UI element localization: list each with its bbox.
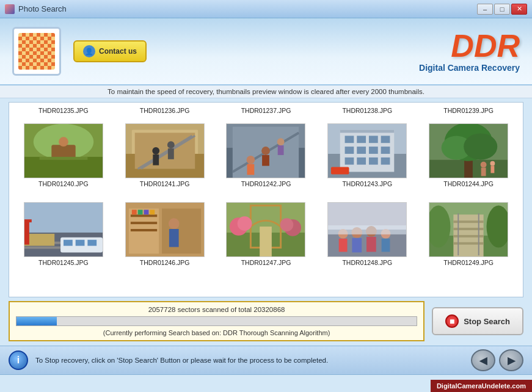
row1-labels: THDR01235.JPG THDR01236.JPG THDR01237.JP…	[9, 103, 523, 116]
thumbnail-area[interactable]: THDR01235.JPG THDR01236.JPG THDR01237.JP…	[9, 102, 523, 297]
thumb-label-1241: THDR01241.JPG	[140, 180, 190, 187]
list-item[interactable]: THDR01248.JPG	[318, 200, 417, 269]
svg-rect-74	[144, 210, 148, 215]
thumbnail-1244	[429, 123, 508, 178]
thumb-label-1237: THDR01237.JPG	[217, 105, 316, 116]
progress-area: 2057728 sectors scanned of total 2032086…	[9, 301, 523, 341]
bottom-bar: i To Stop recovery, click on 'Stop Searc…	[0, 346, 532, 375]
info-bar: To maintain the speed of recovery, thumb…	[0, 85, 532, 98]
svg-rect-75	[150, 210, 155, 215]
logo-box	[12, 27, 61, 76]
svg-rect-34	[345, 147, 354, 154]
svg-rect-25	[278, 145, 284, 155]
progress-bar-inner	[16, 317, 57, 325]
svg-rect-52	[491, 166, 495, 173]
svg-point-14	[167, 141, 175, 148]
svg-point-20	[247, 156, 255, 164]
contact-icon: 👤	[83, 45, 95, 57]
svg-point-83	[238, 216, 252, 231]
svg-point-12	[152, 147, 159, 154]
svg-point-4	[59, 137, 68, 147]
bottom-info-text: To Stop recovery, click on 'Stop Search'…	[35, 357, 464, 364]
window-controls: – □ ✕	[477, 4, 527, 15]
svg-rect-13	[153, 154, 159, 165]
title-bar: Photo Search – □ ✕	[0, 0, 532, 18]
list-item[interactable]: THDR01240.JPG	[14, 121, 113, 190]
svg-rect-59	[24, 220, 29, 244]
thumbnail-1241	[125, 123, 205, 178]
svg-rect-54	[24, 203, 103, 233]
thumbnail-1242	[226, 123, 305, 178]
svg-rect-35	[357, 147, 366, 154]
svg-rect-30	[345, 136, 354, 143]
svg-rect-69	[131, 214, 157, 217]
svg-rect-5	[40, 157, 88, 160]
svg-rect-77	[169, 229, 179, 247]
svg-point-51	[490, 161, 495, 166]
thumb-label-1245: THDR01245.JPG	[38, 259, 89, 266]
back-button[interactable]: ◀	[471, 349, 495, 371]
maximize-button[interactable]: □	[494, 4, 510, 15]
thumbnail-1249	[429, 202, 508, 257]
list-item[interactable]: THDR01244.JPG	[419, 121, 518, 190]
svg-rect-23	[263, 155, 270, 166]
svg-rect-1	[24, 157, 103, 178]
progress-title: 2057728 sectors scanned of total 2032086…	[16, 306, 417, 313]
thumbnail-1248	[327, 202, 407, 257]
window-title: Photo Search	[18, 4, 67, 13]
list-item[interactable]: THDR01247.JPG	[217, 200, 316, 269]
svg-rect-32	[369, 136, 378, 143]
svg-rect-36	[369, 147, 378, 154]
forward-button[interactable]: ▶	[499, 349, 523, 371]
progress-bar-outer	[16, 316, 417, 326]
thumb-label-1249: THDR01249.JPG	[443, 259, 494, 266]
thumb-label-1248: THDR01248.JPG	[342, 259, 392, 266]
app-icon	[5, 4, 15, 14]
svg-point-76	[169, 218, 180, 229]
svg-rect-98	[328, 225, 406, 234]
thumb-row2: THDR01240.JPG THDR01	[9, 116, 523, 195]
list-item[interactable]: THDR01241.JPG	[115, 121, 214, 190]
ddr-subtitle: Digital Camera Recovery	[419, 63, 520, 73]
header-center: 👤 Contact us	[73, 40, 407, 62]
svg-rect-71	[131, 229, 157, 231]
svg-rect-70	[131, 222, 157, 224]
svg-point-85	[280, 218, 294, 231]
svg-rect-86	[260, 227, 272, 256]
progress-box: 2057728 sectors scanned of total 2032086…	[9, 301, 425, 341]
thumb-label-1246: THDR01246.JPG	[140, 259, 190, 266]
svg-rect-21	[247, 164, 255, 175]
svg-rect-72	[132, 210, 137, 215]
svg-rect-50	[481, 168, 486, 176]
header-area: 👤 Contact us DDR Digital Camera Recovery	[0, 18, 532, 85]
thumb-label-1240: THDR01240.JPG	[38, 180, 89, 187]
list-item[interactable]: THDR01243.JPG	[318, 121, 417, 190]
svg-rect-33	[381, 136, 390, 143]
close-button[interactable]: ✕	[511, 4, 527, 15]
header-right: DDR Digital Camera Recovery	[419, 30, 520, 73]
thumb-label-1236: THDR01236.JPG	[115, 105, 214, 116]
thumbnail-1246	[125, 202, 205, 257]
svg-rect-29	[340, 130, 395, 133]
list-item[interactable]: THDR01246.JPG	[115, 200, 214, 269]
list-item[interactable]: THDR01242.JPG	[217, 121, 316, 190]
thumb-label-1244: THDR01244.JPG	[443, 180, 494, 187]
svg-rect-63	[76, 240, 85, 246]
list-item[interactable]: THDR01249.JPG	[419, 200, 518, 269]
svg-rect-95	[366, 237, 376, 252]
navigation-buttons: ◀ ▶	[471, 349, 523, 371]
thumbnail-1243	[327, 123, 407, 178]
svg-rect-73	[137, 210, 142, 215]
thumbnail-1247	[226, 202, 305, 257]
stop-search-button[interactable]: ■ Stop Search	[432, 307, 523, 335]
list-item[interactable]: THDR01245.JPG	[14, 200, 113, 269]
svg-rect-39	[357, 158, 366, 165]
contact-button[interactable]: 👤 Contact us	[73, 40, 147, 62]
svg-point-24	[277, 138, 285, 145]
svg-rect-68	[162, 209, 201, 254]
thumb-label-1243: THDR01243.JPG	[342, 180, 392, 187]
svg-rect-93	[352, 238, 362, 253]
minimize-button[interactable]: –	[477, 4, 493, 15]
svg-rect-60	[24, 219, 32, 222]
ddr-logo: DDR	[419, 30, 520, 62]
